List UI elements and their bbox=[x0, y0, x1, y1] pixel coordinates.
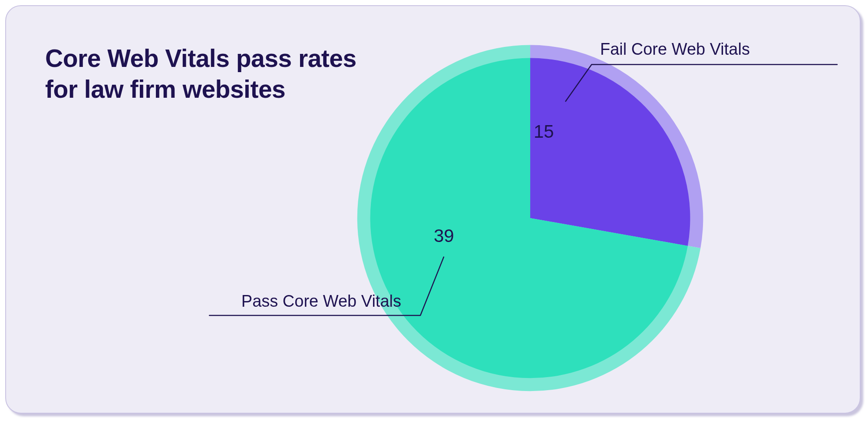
label-fail: Fail Core Web Vitals bbox=[600, 40, 750, 59]
chart-card: Core Web Vitals pass rates for law firm … bbox=[5, 5, 861, 414]
label-pass: Pass Core Web Vitals bbox=[210, 292, 401, 311]
pie-slice-pass-halo bbox=[357, 45, 701, 391]
leader-line-fail bbox=[566, 64, 837, 101]
value-pass: 39 bbox=[434, 225, 454, 246]
pie-slice-pass bbox=[370, 58, 688, 378]
value-fail: 15 bbox=[534, 121, 554, 142]
chart-title: Core Web Vitals pass rates for law firm … bbox=[45, 43, 358, 105]
pie-slice-fail-halo bbox=[530, 45, 703, 248]
pie-slice-fail bbox=[530, 58, 690, 245]
